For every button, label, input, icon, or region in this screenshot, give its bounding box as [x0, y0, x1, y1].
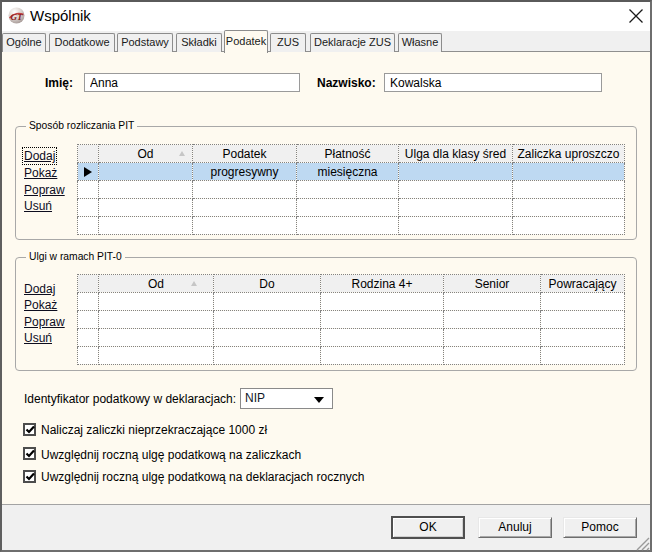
svg-text:GT: GT — [11, 12, 23, 22]
